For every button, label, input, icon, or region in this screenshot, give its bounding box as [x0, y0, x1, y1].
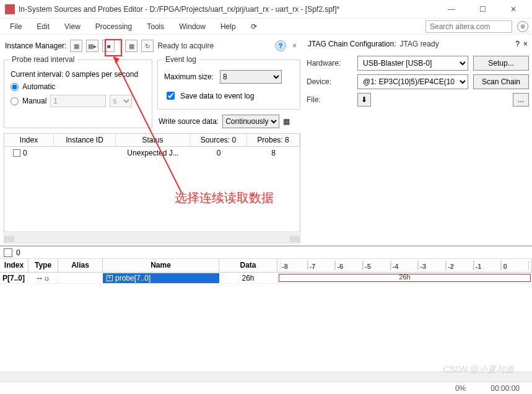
- jtag-help-icon[interactable]: ?: [515, 40, 520, 48]
- menu-view[interactable]: View: [58, 20, 87, 33]
- event-log-group: Event log Maximum size: 8 Save data to e…: [157, 59, 300, 110]
- probe-interval-legend: Probe read interval: [9, 55, 77, 64]
- instance-manager-label: Instance Manager:: [5, 42, 66, 50]
- waveform-cell[interactable]: 26h: [277, 273, 532, 283]
- instance-grid-body: 0 Unexpected J... 0 8: [4, 147, 300, 232]
- scan-chain-button[interactable]: Scan Chain: [473, 74, 529, 89]
- type-icon: ↔☼: [28, 273, 58, 283]
- close-button[interactable]: ✕: [505, 5, 522, 14]
- window-controls: — ☐ ✕: [443, 5, 527, 14]
- hardware-select[interactable]: USB-Blaster [USB-0]: [357, 56, 468, 71]
- menu-help[interactable]: Help: [214, 20, 242, 33]
- write-source-select[interactable]: Continuously: [222, 115, 279, 128]
- menubar: File Edit View Processing Tools Window H…: [0, 19, 532, 35]
- probe-row[interactable]: P[7..0] ↔☼ +probe[7..0] 26h 26h: [0, 273, 532, 284]
- device-select[interactable]: @1: EP3C(10|5)/EP4CE(10: [357, 74, 468, 89]
- panel-close-icon[interactable]: ×: [290, 42, 299, 50]
- menu-processing[interactable]: Processing: [89, 20, 138, 33]
- bottom-tabbar: 0: [0, 247, 532, 259]
- probe-read-interval-group: Probe read interval Current interval: 0 …: [4, 59, 152, 128]
- col-sources: Sources: 0: [190, 134, 247, 146]
- menu-extra-icon[interactable]: ⟳: [245, 20, 263, 33]
- max-size-select[interactable]: 8: [220, 70, 282, 84]
- data-cell: 26h: [219, 273, 277, 283]
- manual-radio-input[interactable]: [11, 97, 19, 105]
- search-input[interactable]: [425, 20, 512, 33]
- titlebar: In-System Sources and Probes Editor - D:…: [0, 0, 532, 19]
- col-probes: Probes: 8: [247, 134, 300, 146]
- instance-tab-icon: [4, 248, 12, 257]
- write-button[interactable]: ▦: [125, 40, 137, 52]
- file-row: File: ⬇ ...: [307, 93, 529, 107]
- expand-icon[interactable]: +: [107, 275, 113, 281]
- app-icon: [5, 4, 15, 14]
- jtag-status: JTAG ready: [400, 40, 512, 48]
- manual-radio[interactable]: Manual s: [11, 95, 146, 107]
- instance-icon: [13, 149, 20, 157]
- instance-manager-toolbar: Instance Manager: ▦ ▦▸ ■ ▦ ↻ Ready to ac…: [4, 38, 300, 56]
- col-instance-id: Instance ID: [54, 134, 116, 146]
- minimize-button[interactable]: —: [443, 5, 460, 14]
- browse-button[interactable]: ...: [513, 93, 529, 107]
- globe-icon[interactable]: ⊕: [517, 21, 528, 32]
- alias-cell[interactable]: [58, 278, 103, 279]
- col-index: Index: [4, 134, 54, 146]
- progress-pct: 0%: [455, 384, 466, 393]
- bottom-panel: 0 Index Type Alias Name Data -8 -7 -6 -5…: [0, 245, 532, 284]
- horizontal-scrollbar[interactable]: [4, 234, 300, 243]
- acquire-status: Ready to acquire: [157, 42, 271, 50]
- elapsed-time: 00:00:00: [491, 384, 520, 393]
- write-source-label: Write source data:: [159, 117, 219, 126]
- event-log-legend: Event log: [163, 55, 199, 64]
- table-row[interactable]: 0 Unexpected J... 0 8: [4, 147, 300, 159]
- name-cell[interactable]: +probe[7..0]: [103, 273, 219, 283]
- current-interval-row: Current interval: 0 samples per second: [11, 70, 146, 79]
- maximize-button[interactable]: ☐: [474, 5, 491, 14]
- jtag-header: JTAG Chain Configuration: JTAG ready ? ×: [307, 38, 529, 52]
- save-data-checkbox[interactable]: [167, 92, 175, 100]
- write-source-icon[interactable]: ▦: [283, 117, 290, 126]
- automatic-radio[interactable]: Automatic: [11, 82, 146, 91]
- save-data-checkbox-row[interactable]: Save data to event log: [164, 90, 294, 102]
- write-source-row: Write source data: Continuously ▦: [159, 115, 300, 128]
- col-status: Status: [116, 134, 190, 146]
- stop-button[interactable]: ■: [102, 40, 115, 52]
- jtag-close-icon[interactable]: ×: [523, 40, 528, 48]
- device-row: Device: @1: EP3C(10|5)/EP4CE(10 Scan Cha…: [307, 74, 529, 89]
- setup-button[interactable]: Setup...: [473, 56, 529, 71]
- jtag-title: JTAG Chain Configuration:: [308, 40, 396, 48]
- read-once-button[interactable]: ▦: [70, 40, 82, 52]
- write-loop-button[interactable]: ↻: [141, 40, 154, 52]
- hardware-row: Hardware: USB-Blaster [USB-0] Setup...: [307, 56, 529, 71]
- time-axis: -8 -7 -6 -5 -4 -3 -2 -1 0: [277, 259, 532, 272]
- watermark: CSDN @小夏与酒: [443, 364, 513, 375]
- menu-file[interactable]: File: [4, 20, 28, 33]
- waveform-header: Index Type Alias Name Data -8 -7 -6 -5 -…: [0, 259, 532, 273]
- instance-grid-header: Index Instance ID Status Sources: 0 Prob…: [4, 133, 300, 147]
- menu-window[interactable]: Window: [173, 20, 212, 33]
- help-icon[interactable]: ?: [275, 40, 286, 51]
- max-size-label: Maximum size:: [164, 72, 214, 81]
- menu-tools[interactable]: Tools: [141, 20, 170, 33]
- instance-tab-label[interactable]: 0: [16, 248, 20, 257]
- download-icon[interactable]: ⬇: [357, 93, 371, 107]
- automatic-radio-input[interactable]: [11, 83, 19, 91]
- statusbar: 0% 00:00:00: [0, 382, 532, 394]
- manual-interval-input[interactable]: [50, 95, 106, 107]
- manual-unit-select[interactable]: s: [110, 95, 132, 107]
- menu-edit[interactable]: Edit: [30, 20, 56, 33]
- read-continuous-button[interactable]: ▦▸: [86, 40, 98, 52]
- window-title: In-System Sources and Probes Editor - D:…: [19, 5, 443, 14]
